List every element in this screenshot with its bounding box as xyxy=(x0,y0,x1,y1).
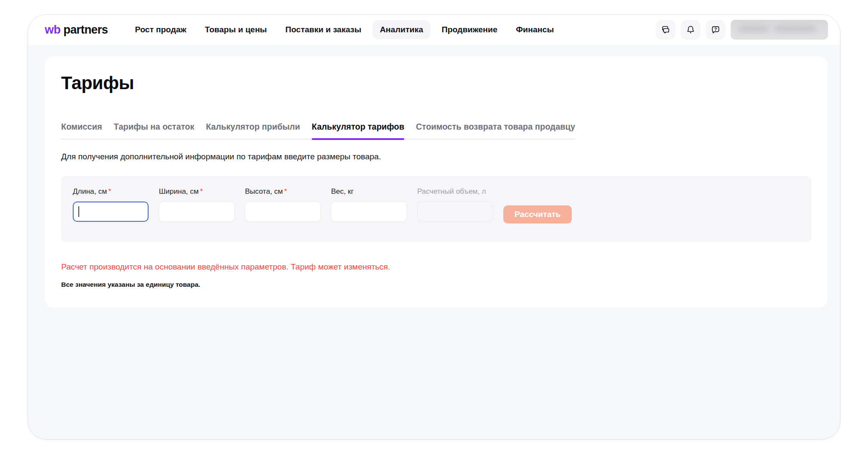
calculate-button[interactable]: Рассчитать xyxy=(503,205,572,223)
volume-input-wrap xyxy=(417,202,493,222)
height-input-wrap xyxy=(245,202,321,222)
main-nav: Рост продаж Товары и цены Поставки и зак… xyxy=(128,20,561,39)
weight-input-wrap xyxy=(331,202,407,222)
topbar-right-controls: ? xyxy=(656,20,828,40)
height-label: Высота, см* xyxy=(245,187,321,196)
nav-item-sales-growth[interactable]: Рост продаж xyxy=(128,20,194,39)
warning-note: Расчет производится на основании введённ… xyxy=(61,262,390,272)
app-frame: wbpartners Рост продаж Товары и цены Пос… xyxy=(28,14,840,440)
unit-note: Все значения указаны за единицу товара. xyxy=(61,281,200,288)
field-height: Высота, см* xyxy=(245,187,321,222)
bell-icon xyxy=(685,25,696,35)
width-label: Ширина, см* xyxy=(159,187,235,196)
user-profile-blurred[interactable] xyxy=(731,20,828,40)
wb-partners-logo[interactable]: wbpartners xyxy=(45,23,108,37)
tariff-tabs: Комиссия Тарифы на остаток Калькулятор п… xyxy=(61,122,575,140)
width-input-wrap xyxy=(159,202,235,222)
field-length: Длина, см* xyxy=(73,187,149,222)
text-caret xyxy=(78,206,79,217)
required-mark: * xyxy=(284,187,287,195)
chat-icon xyxy=(660,25,671,35)
nav-item-promotion[interactable]: Продвижение xyxy=(434,20,505,39)
dimensions-form: Длина, см* Ширина, см* Высота, см* xyxy=(61,176,811,242)
chat-button[interactable] xyxy=(656,20,676,40)
weight-label-text: Вес, кг xyxy=(331,187,353,195)
volume-input xyxy=(417,202,493,222)
nav-item-goods-prices[interactable]: Товары и цены xyxy=(198,20,274,39)
help-button[interactable]: ? xyxy=(706,20,725,40)
help-icon: ? xyxy=(710,25,721,35)
tab-return-cost[interactable]: Стоимость возврата товара продавцу xyxy=(416,122,575,139)
nav-item-analytics[interactable]: Аналитика xyxy=(372,20,431,39)
volume-label-text: Расчетный объем, л xyxy=(417,187,486,195)
length-label: Длина, см* xyxy=(73,187,149,196)
logo-partners: partners xyxy=(63,23,108,37)
length-input-wrap xyxy=(73,202,149,222)
field-weight: Вес, кг xyxy=(331,187,407,222)
tab-commission[interactable]: Комиссия xyxy=(61,122,102,139)
nav-item-supplies-orders[interactable]: Поставки и заказы xyxy=(278,20,369,39)
svg-text:?: ? xyxy=(714,27,717,32)
blurred-text-placeholder xyxy=(775,26,816,32)
intro-text: Для получения дополнительной информации … xyxy=(61,152,381,161)
top-navigation-bar: wbpartners Рост продаж Товары и цены Пос… xyxy=(28,15,840,45)
field-width: Ширина, см* xyxy=(159,187,235,222)
required-mark: * xyxy=(108,187,111,195)
width-label-text: Ширина, см xyxy=(159,187,199,195)
content-card: Тарифы Комиссия Тарифы на остаток Кальку… xyxy=(45,56,828,307)
width-input[interactable] xyxy=(159,202,235,222)
tab-profit-calculator[interactable]: Калькулятор прибыли xyxy=(206,122,300,139)
field-volume: Расчетный объем, л xyxy=(417,187,493,222)
required-mark: * xyxy=(200,187,203,195)
volume-label: Расчетный объем, л xyxy=(417,187,493,196)
blurred-text-placeholder xyxy=(738,26,769,32)
weight-input[interactable] xyxy=(331,202,407,222)
height-label-text: Высота, см xyxy=(245,187,283,195)
tab-stock-tariffs[interactable]: Тарифы на остаток xyxy=(114,122,194,139)
nav-item-finance[interactable]: Финансы xyxy=(508,20,561,39)
length-label-text: Длина, см xyxy=(73,187,107,195)
logo-wb: wb xyxy=(45,23,60,37)
page-title: Тарифы xyxy=(61,73,134,93)
height-input[interactable] xyxy=(245,202,321,222)
tab-tariff-calculator[interactable]: Калькулятор тарифов xyxy=(312,122,404,139)
length-input[interactable] xyxy=(73,202,149,222)
weight-label: Вес, кг xyxy=(331,187,407,196)
notifications-button[interactable] xyxy=(681,20,701,40)
